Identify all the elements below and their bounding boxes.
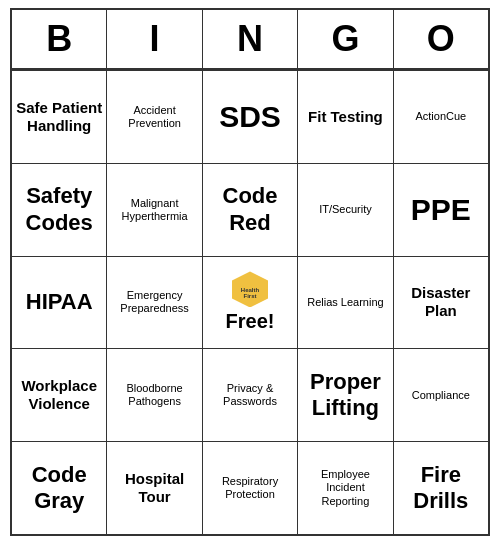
bingo-cell-r4-c0: Code Gray xyxy=(12,442,107,534)
bingo-cell-r2-c4: Disaster Plan xyxy=(394,257,488,349)
bingo-cell-r0-c4: ActionCue xyxy=(394,71,488,163)
bingo-cell-r3-c1: Bloodborne Pathogens xyxy=(107,349,202,441)
cell-text: IT/Security xyxy=(319,203,372,216)
bingo-cell-r0-c1: Accident Prevention xyxy=(107,71,202,163)
bingo-cell-r4-c2: Respiratory Protection xyxy=(203,442,298,534)
bingo-cell-r2-c0: HIPAA xyxy=(12,257,107,349)
bingo-cell-r4-c1: Hospital Tour xyxy=(107,442,202,534)
bingo-row-2: HIPAAEmergency PreparednessHealthFirstFr… xyxy=(12,256,488,349)
cell-text: Bloodborne Pathogens xyxy=(111,382,197,408)
bingo-card: BINGO Safe Patient HandlingAccident Prev… xyxy=(10,8,490,536)
free-text: Free! xyxy=(226,309,275,333)
bingo-cell-r1-c1: Malignant Hyperthermia xyxy=(107,164,202,256)
cell-text: Disaster Plan xyxy=(398,284,484,320)
cell-text: Relias Learning xyxy=(307,296,383,309)
bingo-cell-r4-c4: Fire Drills xyxy=(394,442,488,534)
bingo-cell-r3-c2: Privacy & Passwords xyxy=(203,349,298,441)
cell-text: Proper Lifting xyxy=(302,369,388,422)
bingo-row-0: Safe Patient HandlingAccident Prevention… xyxy=(12,70,488,163)
cell-text: Fire Drills xyxy=(398,462,484,515)
bingo-letter-n: N xyxy=(203,10,298,68)
bingo-cell-r0-c0: Safe Patient Handling xyxy=(12,71,107,163)
bingo-letter-b: B xyxy=(12,10,107,68)
cell-text: ActionCue xyxy=(415,110,466,123)
cell-text: Workplace Violence xyxy=(16,377,102,413)
bingo-cell-r2-c2: HealthFirstFree! xyxy=(203,257,298,349)
cell-text: HIPAA xyxy=(26,289,93,315)
cell-text: Malignant Hyperthermia xyxy=(111,197,197,223)
bingo-cell-r4-c3: Employee Incident Reporting xyxy=(298,442,393,534)
bingo-row-1: Safety CodesMalignant HyperthermiaCode R… xyxy=(12,163,488,256)
cell-text: Hospital Tour xyxy=(111,470,197,506)
bingo-cell-r1-c0: Safety Codes xyxy=(12,164,107,256)
bingo-cell-r2-c1: Emergency Preparedness xyxy=(107,257,202,349)
cell-text: Fit Testing xyxy=(308,108,383,126)
bingo-cell-r1-c2: Code Red xyxy=(203,164,298,256)
cell-text: Code Red xyxy=(207,183,293,236)
bingo-cell-r0-c2: SDS xyxy=(203,71,298,163)
bingo-grid: Safe Patient HandlingAccident Prevention… xyxy=(12,70,488,534)
bingo-letter-g: G xyxy=(298,10,393,68)
bingo-cell-r0-c3: Fit Testing xyxy=(298,71,393,163)
cell-text: Safety Codes xyxy=(16,183,102,236)
free-sign-icon: HealthFirst xyxy=(232,271,268,307)
bingo-cell-r3-c0: Workplace Violence xyxy=(12,349,107,441)
cell-text: Safe Patient Handling xyxy=(16,99,102,135)
cell-text: Compliance xyxy=(412,389,470,402)
cell-text: Privacy & Passwords xyxy=(207,382,293,408)
bingo-cell-r3-c4: Compliance xyxy=(394,349,488,441)
bingo-cell-r1-c4: PPE xyxy=(394,164,488,256)
bingo-letter-i: I xyxy=(107,10,202,68)
cell-text: Employee Incident Reporting xyxy=(302,468,388,508)
cell-text: Emergency Preparedness xyxy=(111,289,197,315)
bingo-row-3: Workplace ViolenceBloodborne PathogensPr… xyxy=(12,348,488,441)
cell-text: Accident Prevention xyxy=(111,104,197,130)
cell-text: Respiratory Protection xyxy=(207,475,293,501)
bingo-letter-o: O xyxy=(394,10,488,68)
cell-text: SDS xyxy=(219,99,281,135)
cell-text: Code Gray xyxy=(16,462,102,515)
bingo-cell-r1-c3: IT/Security xyxy=(298,164,393,256)
bingo-cell-r3-c3: Proper Lifting xyxy=(298,349,393,441)
cell-text: PPE xyxy=(411,192,471,228)
bingo-header: BINGO xyxy=(12,10,488,70)
bingo-row-4: Code GrayHospital TourRespiratory Protec… xyxy=(12,441,488,534)
bingo-cell-r2-c3: Relias Learning xyxy=(298,257,393,349)
